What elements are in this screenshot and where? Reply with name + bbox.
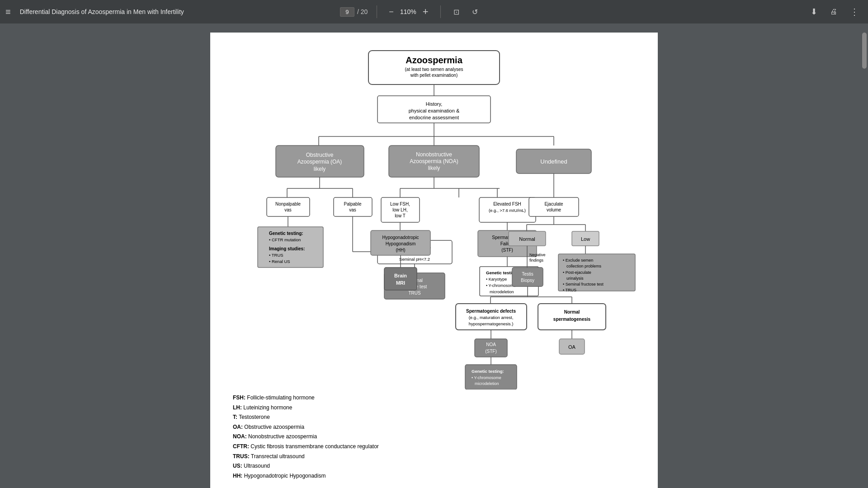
more-options-button[interactable]: ⋮: [846, 5, 863, 19]
legend-item: T: Testosterone: [233, 413, 640, 422]
legend: FSH: Follicle-stimulating hormone LH: Lu…: [228, 393, 640, 481]
svg-text:(e.g., maturation arrest,: (e.g., maturation arrest,: [469, 315, 514, 320]
pdf-page: Azoospermia (at least two semen analyses…: [210, 33, 658, 488]
download-button[interactable]: ⬇: [807, 5, 821, 19]
svg-text:Azoospermia (OA): Azoospermia (OA): [297, 159, 342, 165]
svg-text:(at least two semen analyses: (at least two semen analyses: [405, 67, 463, 72]
zoom-controls: − 110% +: [386, 5, 431, 19]
main-content: Azoospermia (at least two semen analyses…: [0, 23, 868, 488]
svg-text:(STF): (STF): [501, 248, 513, 253]
svg-text:physical examination &: physical examination &: [409, 108, 460, 113]
svg-text:History,: History,: [426, 101, 442, 107]
svg-text:likely: likely: [428, 165, 440, 171]
svg-rect-100: [512, 267, 543, 286]
svg-text:Undefined: Undefined: [540, 158, 567, 165]
svg-text:low T: low T: [395, 213, 406, 218]
fit-page-button[interactable]: ⊡: [450, 6, 463, 18]
svg-text:vas: vas: [349, 207, 356, 212]
legend-item: NOA: Nonobstructive azoospermia: [233, 432, 640, 442]
svg-text:with pellet examination): with pellet examination): [410, 73, 458, 78]
svg-text:• CFTR mutation: • CFTR mutation: [269, 237, 301, 242]
svg-text:• Y-chromosome: • Y-chromosome: [472, 375, 501, 380]
document-title: Differential Diagnosis of Azoospermia in…: [20, 8, 335, 15]
svg-text:Ejaculate: Ejaculate: [544, 202, 563, 206]
svg-text:(e.g., >7.6 mIU/mL): (e.g., >7.6 mIU/mL): [489, 208, 526, 213]
svg-text:Seminal pH<7.2: Seminal pH<7.2: [399, 257, 430, 262]
svg-text:collection problems: collection problems: [566, 264, 602, 268]
legend-item: LH: Luteinizing hormone: [233, 403, 640, 413]
svg-text:vas: vas: [284, 207, 292, 212]
rotate-button[interactable]: ↺: [468, 6, 481, 18]
svg-text:Spermatogenic defects: Spermatogenic defects: [466, 309, 516, 314]
svg-text:Nonpalpable: Nonpalpable: [275, 202, 301, 206]
scroll-thumb[interactable]: [862, 33, 867, 69]
svg-text:• TRUS: • TRUS: [269, 253, 283, 258]
svg-text:low LH,: low LH,: [392, 207, 407, 212]
legend-item: HH: Hypogonadotropic Hypogonadism: [233, 471, 640, 481]
legend-item: CFTR: Cystic fibrosis transmembrane cond…: [233, 442, 640, 452]
zoom-out-button[interactable]: −: [386, 6, 396, 18]
legend-item: FSH: Follicle-stimulating hormone: [233, 393, 640, 403]
svg-text:Azoospermia: Azoospermia: [406, 55, 462, 65]
svg-rect-28: [267, 197, 310, 216]
svg-text:Hypogonadism: Hypogonadism: [386, 241, 416, 246]
svg-text:Hypogonadotropic: Hypogonadotropic: [382, 235, 419, 240]
page-total: / 20: [357, 8, 368, 15]
svg-text:TRUS: TRUS: [408, 291, 421, 296]
svg-text:likely: likely: [314, 166, 326, 172]
svg-text:volume: volume: [547, 207, 561, 212]
legend-item: TRUS: Transrectal ultrasound: [233, 452, 640, 462]
svg-text:Brain: Brain: [394, 273, 407, 278]
legend-item: OA: Obstructive azoospermia: [233, 422, 640, 432]
svg-text:endocrine assessment: endocrine assessment: [409, 115, 459, 120]
svg-text:Low FSH,: Low FSH,: [390, 202, 410, 206]
menu-icon[interactable]: ≡: [5, 7, 11, 17]
svg-text:spermatogenesis: spermatogenesis: [553, 317, 591, 322]
svg-rect-86: [529, 197, 579, 216]
svg-text:microdeletion: microdeletion: [475, 381, 499, 386]
svg-text:Palpable: Palpable: [344, 202, 362, 206]
svg-text:Genetic testing:: Genetic testing:: [472, 369, 504, 374]
svg-text:Nonobstructive: Nonobstructive: [416, 151, 452, 158]
zoom-in-button[interactable]: +: [420, 5, 431, 19]
svg-text:Azoospermia (NOA): Azoospermia (NOA): [410, 158, 458, 164]
svg-text:Imaging studies:: Imaging studies:: [269, 246, 305, 251]
svg-text:• Karyotype: • Karyotype: [486, 277, 507, 282]
zoom-value: 110%: [398, 8, 418, 15]
toolbar: ≡ Differential Diagnosis of Azoospermia …: [0, 0, 868, 23]
svg-rect-70: [384, 267, 417, 290]
svg-text:Negative: Negative: [529, 253, 546, 257]
flowchart-svg: Azoospermia (at least two semen analyses…: [228, 46, 640, 389]
legend-item: US: Ultrasound: [233, 461, 640, 471]
svg-text:(STF): (STF): [485, 349, 497, 354]
svg-text:findings: findings: [529, 258, 544, 263]
svg-text:NOA: NOA: [486, 342, 496, 347]
svg-text:• TRUS: • TRUS: [563, 288, 576, 292]
svg-text:MRI: MRI: [396, 280, 405, 286]
svg-text:• Y-chromosome: • Y-chromosome: [486, 283, 516, 288]
svg-rect-123: [475, 339, 507, 357]
svg-text:Obstructive: Obstructive: [306, 152, 334, 158]
scrollbar[interactable]: [861, 23, 868, 488]
page-navigation: / 20: [340, 7, 368, 17]
svg-text:Low: Low: [581, 236, 590, 242]
print-button[interactable]: 🖨: [826, 6, 841, 18]
svg-text:• Renal US: • Renal US: [269, 259, 290, 264]
svg-text:Testis: Testis: [522, 272, 533, 277]
svg-text:OA: OA: [568, 344, 576, 350]
svg-rect-31: [334, 197, 372, 216]
svg-text:Biopsy: Biopsy: [521, 278, 534, 283]
page-number-input[interactable]: [340, 7, 354, 17]
svg-text:• Exclude semen: • Exclude semen: [563, 258, 593, 263]
svg-text:urinalysis: urinalysis: [566, 276, 584, 281]
svg-text:Normal: Normal: [564, 310, 580, 314]
svg-text:microdeletion: microdeletion: [490, 290, 514, 294]
svg-text:hypospermatogenesis.): hypospermatogenesis.): [469, 321, 514, 326]
svg-text:Normal: Normal: [519, 236, 535, 242]
svg-text:• Seminal fructose test: • Seminal fructose test: [563, 282, 604, 286]
svg-text:(HH): (HH): [396, 248, 405, 253]
svg-text:• Post-ejaculate: • Post-ejaculate: [563, 270, 591, 275]
svg-text:Elevated FSH: Elevated FSH: [493, 202, 521, 206]
svg-text:Genetic testing:: Genetic testing:: [269, 231, 303, 236]
